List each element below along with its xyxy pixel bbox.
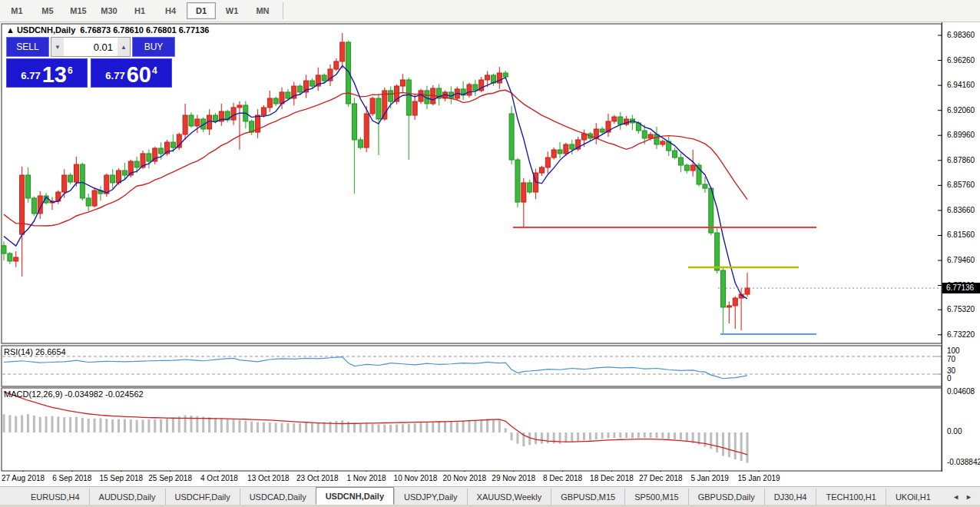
symbol-label: USDCNH,Daily: [17, 25, 75, 35]
ohlc-low: 6.76801: [146, 25, 177, 35]
date-axis-label: 4 Oct 2018: [200, 474, 238, 482]
ohlc-high: 6.78610: [113, 25, 144, 35]
chart-tab-usdcnh-daily[interactable]: USDCNH,Daily: [316, 487, 394, 505]
buy-price-small: 6.77: [105, 68, 124, 84]
chart-tab-bar: EURUSD,H4AUDUSD,DailyUSDCHF,DailyUSDCAD,…: [0, 486, 980, 505]
chart-tab-sp500-m15[interactable]: SP500,M15: [624, 489, 687, 505]
price-axis-label: 6.75320: [947, 305, 975, 313]
tab-scroll-right-icon[interactable]: ►: [965, 493, 972, 501]
rsi-label: RSI(14) 26.6654: [4, 347, 66, 356]
chart-tab-usdchf-daily[interactable]: USDCHF,Daily: [165, 489, 240, 505]
sell-price-sup: 6: [68, 59, 73, 82]
date-axis-label: 15 Sep 2018: [99, 474, 143, 482]
price-axis-label: 6.85760: [947, 181, 975, 189]
date-axis-label: 27 Dec 2018: [639, 474, 683, 482]
ohlc-open: 6.76873: [80, 25, 111, 35]
chart-tab-gbpusd-daily[interactable]: GBPUSD,Daily: [688, 489, 764, 505]
sell-price-big: 13: [42, 65, 67, 84]
sell-button[interactable]: SELL: [6, 37, 49, 57]
macd-axis-label: 0.00: [947, 427, 962, 436]
macd-axis-label: -0.038842: [947, 458, 980, 466]
one-click-trading-panel: SELL ▼ 0.01 ▲ BUY 6.77 13 6 6.77 60 4: [6, 37, 175, 88]
date-axis-label: 29 Nov 2018: [492, 474, 535, 482]
volume-stepper: ▼ 0.01 ▲: [51, 37, 131, 57]
tab-scroll-left-icon[interactable]: ◄: [952, 493, 959, 501]
trading-platform-window: M1M5M15M30H1H4D1W1MN ▲USDCNH,Daily 6.768…: [0, 0, 980, 507]
chart-tab-xauusd-weekly[interactable]: XAUUSD,Weekly: [467, 489, 551, 505]
date-axis-label: 5 Jan 2019: [690, 474, 729, 482]
tab-scroll-arrows: ◄►: [949, 489, 980, 505]
chart-tab-audusd-daily[interactable]: AUDUSD,Daily: [89, 489, 165, 505]
date-axis-label: 23 Oct 2018: [296, 474, 338, 482]
symbol-arrow-icon: ▲: [6, 25, 15, 35]
price-axis-label: 6.94160: [947, 81, 975, 89]
sell-price-small: 6.77: [21, 68, 40, 84]
chart-tab-ukoil-h1[interactable]: UKOil,H1: [886, 489, 940, 505]
price-axis-label: 6.83660: [947, 206, 975, 214]
macd-axis-label: 0.04608: [947, 387, 975, 396]
chart-tab-usdjpy-daily[interactable]: USDJPY,Daily: [394, 489, 467, 505]
date-axis-label: 10 Nov 2018: [394, 474, 438, 482]
ohlc-close: 6.77136: [179, 25, 210, 35]
buy-price-big: 60: [127, 65, 151, 84]
date-axis-label: 25 Sep 2018: [148, 474, 192, 482]
rsi-axis-label: 100: [947, 346, 960, 355]
buy-price-sup: 4: [152, 59, 157, 82]
date-axis-label: 27 Aug 2018: [2, 474, 45, 482]
buy-price-box[interactable]: 6.77 60 4: [91, 58, 172, 88]
volume-decrease-icon[interactable]: ▼: [51, 38, 64, 56]
volume-value[interactable]: 0.01: [64, 38, 118, 56]
date-axis-label: 6 Sep 2018: [52, 474, 91, 482]
macd-label: MACD(12,26,9) -0.034982 -0.024562: [4, 389, 144, 399]
date-axis-label: 20 Nov 2018: [442, 474, 486, 482]
chart-tab-dj30-h4[interactable]: DJ30,H4: [764, 489, 816, 505]
price-axis-label: 6.92060: [947, 106, 975, 114]
date-axis-label: 18 Dec 2018: [590, 474, 634, 482]
price-axis-label: 6.89960: [947, 131, 975, 139]
chart-tab-tech100-h1[interactable]: TECH100,H1: [816, 489, 885, 505]
price-axis[interactable]: 6.983606.962606.941606.920606.899606.878…: [942, 22, 980, 486]
date-axis[interactable]: 27 Aug 20186 Sep 201815 Sep 201825 Sep 2…: [0, 472, 942, 486]
price-axis-label: 6.81560: [947, 230, 975, 239]
current-price-tag: 6.77136: [942, 283, 980, 293]
price-axis-label: 6.73220: [947, 330, 975, 339]
chart-header: ▲USDCNH,Daily 6.768736.786106.768016.771…: [6, 25, 211, 35]
chart-tab-gbpusd-m15[interactable]: GBPUSD,M15: [551, 489, 624, 505]
date-axis-label: 1 Nov 2018: [347, 474, 386, 482]
date-axis-label: 8 Dec 2018: [543, 474, 582, 482]
rsi-axis-label: 70: [947, 355, 955, 363]
price-axis-label: 6.87860: [947, 156, 975, 164]
price-axis-label: 6.79460: [947, 256, 975, 264]
price-axis-label: 6.96260: [947, 56, 975, 65]
date-axis-label: 13 Oct 2018: [247, 474, 289, 482]
date-axis-label: 15 Jan 2019: [738, 474, 780, 482]
chart-tab-usdcad-daily[interactable]: USDCAD,Daily: [240, 489, 316, 505]
chart-tab-eurusd-h4[interactable]: EURUSD,H4: [22, 489, 89, 505]
volume-increase-icon[interactable]: ▲: [118, 38, 130, 56]
rsi-axis-label: 0: [947, 374, 952, 383]
price-axis-label: 6.98360: [947, 31, 975, 39]
buy-button[interactable]: BUY: [132, 37, 175, 57]
sell-price-box[interactable]: 6.77 13 6: [6, 58, 88, 88]
